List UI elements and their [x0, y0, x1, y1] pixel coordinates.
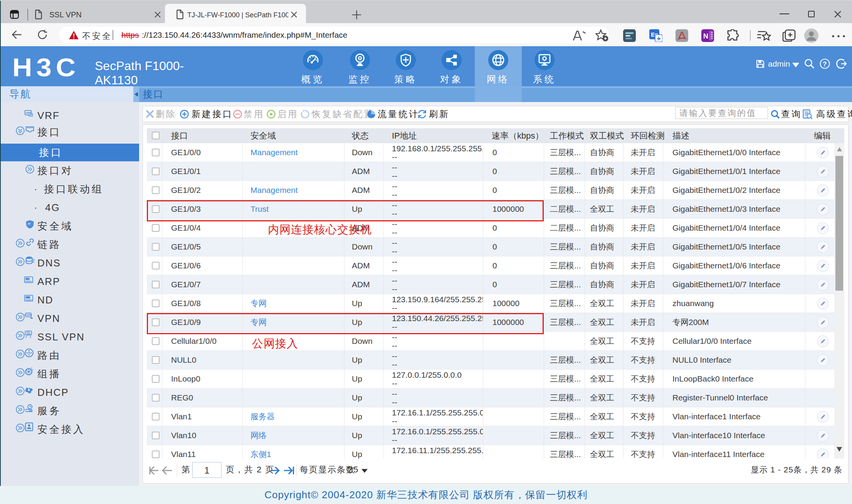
svg-text:IT: IT [28, 222, 30, 226]
svg-text:VPN: VPN [26, 314, 32, 316]
svg-text:N: N [703, 32, 708, 40]
svg-text:?: ? [823, 60, 827, 68]
svg-text:VRF: VRF [25, 111, 32, 115]
svg-text:VPN: VPN [26, 333, 31, 335]
